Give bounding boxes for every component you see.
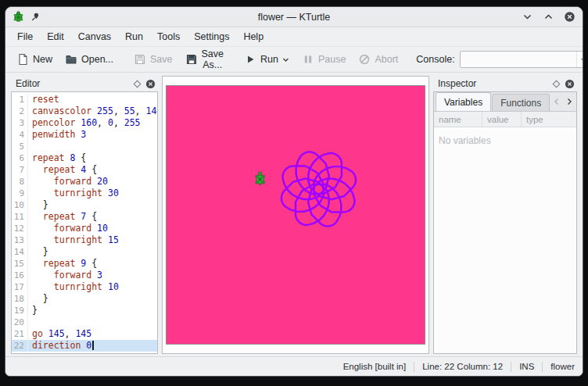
console-combobox[interactable] (460, 51, 583, 68)
code-line-6[interactable]: 6repeat 8 { (12, 152, 157, 164)
window-title: flower — KTurtle (5, 12, 583, 23)
canvas-panel (162, 76, 429, 354)
menu-canvas[interactable]: Canvas (71, 29, 118, 45)
menu-edit[interactable]: Edit (40, 29, 71, 45)
menu-settings[interactable]: Settings (187, 29, 236, 45)
code-line-3[interactable]: 3pencolor 160, 0, 255 (12, 117, 157, 129)
line-number: 19 (12, 305, 28, 316)
save-button[interactable]: Save (128, 50, 178, 69)
code-line-2[interactable]: 2canvascolor 255, 55, 140 (12, 105, 157, 117)
pause-button[interactable]: Pause (296, 50, 351, 69)
inspector-float-icon[interactable] (553, 80, 561, 88)
toolbar: New Open... Save (5, 46, 583, 73)
open-button[interactable]: Open... (59, 50, 119, 69)
line-number: 3 (12, 117, 28, 129)
code-line-14[interactable]: 14 } (12, 246, 157, 258)
line-number: 11 (12, 211, 28, 223)
code-editor[interactable]: 1reset2canvascolor 255, 55, 1403pencolor… (11, 91, 158, 354)
tab-scroll-right-button[interactable] (563, 95, 575, 108)
code-line-4[interactable]: 4penwidth 3 (12, 129, 157, 141)
tab-variables[interactable]: Variables (436, 92, 491, 111)
line-number: 21 (12, 328, 28, 340)
column-header-name: name (434, 112, 482, 127)
editor-panel-title: Editor (16, 78, 40, 89)
code-line-11[interactable]: 11 repeat 7 { (12, 211, 157, 223)
line-number: 4 (12, 129, 28, 141)
inspector-panel: Inspector Variables Functions (433, 76, 577, 354)
menu-help[interactable]: Help (236, 29, 271, 45)
code-line-8[interactable]: 8 forward 20 (12, 176, 157, 188)
tab-functions[interactable]: Functions (492, 94, 550, 111)
pin-icon[interactable] (30, 12, 40, 22)
line-number: 17 (12, 281, 28, 293)
minimize-button[interactable] (521, 11, 533, 23)
run-button[interactable]: Run (238, 50, 295, 69)
code-line-22[interactable]: 22direction 0 (12, 340, 157, 352)
inspector-close-button[interactable] (565, 79, 575, 89)
text-cursor (92, 341, 94, 350)
line-number: 12 (12, 223, 28, 234)
main-area: Editor 1reset2canvascolor 255, 55, 1403p… (5, 73, 583, 356)
maximize-button[interactable] (542, 11, 554, 23)
kturtle-app-icon (13, 11, 24, 23)
column-header-value: value (482, 112, 522, 127)
code-line-15[interactable]: 15 repeat 9 { (12, 258, 157, 270)
status-cursor-position: Line: 22 Column: 12 (422, 362, 503, 371)
code-line-7[interactable]: 7 repeat 4 { (12, 164, 157, 176)
inspector-tab-bar: Variables Functions (434, 92, 576, 112)
inspector-dock-header[interactable]: Inspector (433, 76, 577, 91)
code-line-21[interactable]: 21go 145, 145 (12, 328, 157, 340)
line-number: 9 (12, 188, 28, 199)
editor-close-button[interactable] (145, 79, 156, 89)
variables-table-header: name value type (434, 112, 576, 127)
new-button[interactable]: New (11, 50, 58, 69)
new-document-icon (16, 53, 29, 66)
code-line-17[interactable]: 17 turnright 10 (12, 281, 157, 293)
code-line-12[interactable]: 12 forward 10 (12, 223, 157, 234)
code-line-5[interactable]: 5 (12, 141, 157, 152)
turtle-canvas (167, 86, 425, 344)
run-play-icon (244, 53, 256, 66)
abort-button-label: Abort (375, 54, 398, 65)
code-line-1[interactable]: 1reset (12, 94, 157, 105)
code-line-16[interactable]: 16 forward 3 (12, 270, 157, 281)
titlebar[interactable]: flower — KTurtle (5, 7, 583, 27)
line-number: 1 (12, 94, 28, 105)
line-number: 14 (12, 246, 28, 258)
menu-file[interactable]: File (10, 29, 40, 45)
code-line-18[interactable]: 18 } (12, 293, 157, 305)
code-line-13[interactable]: 13 turnright 15 (12, 234, 157, 246)
editor-float-icon[interactable] (134, 80, 142, 88)
line-number: 13 (12, 234, 28, 246)
save-as-button[interactable]: Save As... (180, 45, 230, 73)
line-number: 10 (12, 199, 28, 211)
inspector-panel-title: Inspector (438, 78, 476, 89)
column-header-type: type (522, 112, 576, 127)
code-line-20[interactable]: 20 (12, 316, 157, 328)
variables-table-body: No variables (434, 127, 576, 353)
line-number: 15 (12, 258, 28, 270)
line-number: 22 (12, 340, 28, 352)
run-options-chevron-icon[interactable] (282, 56, 289, 63)
console-input[interactable] (461, 52, 576, 67)
no-variables-text: No variables (439, 135, 491, 146)
pause-icon (302, 53, 314, 66)
status-script-name: flower (550, 362, 575, 371)
menu-run[interactable]: Run (118, 29, 150, 45)
editor-dock-header[interactable]: Editor (11, 76, 158, 91)
close-button[interactable] (563, 11, 575, 23)
code-line-10[interactable]: 10 } (12, 199, 157, 211)
abort-button[interactable]: Abort (353, 50, 403, 69)
line-number: 16 (12, 270, 28, 281)
console-area: Console: (416, 51, 583, 68)
menu-tools[interactable]: Tools (150, 29, 187, 45)
statusbar-separator (511, 362, 511, 372)
code-line-9[interactable]: 9 turnright 30 (12, 188, 157, 199)
open-button-label: Open... (81, 54, 113, 65)
inspector-body: Variables Functions name value type (433, 91, 577, 354)
line-number: 7 (12, 164, 28, 176)
tab-scroll-left-button[interactable] (550, 95, 562, 108)
code-line-19[interactable]: 19} (12, 305, 157, 316)
line-number: 5 (12, 141, 28, 152)
console-dropdown-chevron-icon[interactable] (576, 52, 583, 67)
